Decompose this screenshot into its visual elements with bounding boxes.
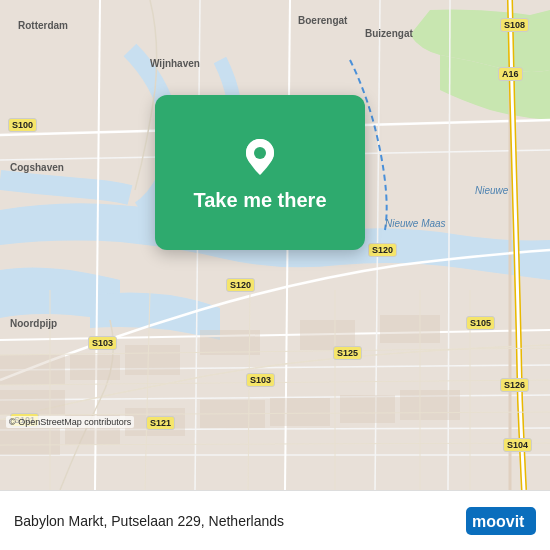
svg-rect-18: [200, 330, 260, 355]
water-label-nieuwe: Nieuwe: [475, 185, 508, 196]
road-badge-a16: A16: [498, 67, 523, 81]
water-label-nieuwe-maas: Nieuwe Maas: [385, 218, 446, 229]
svg-rect-26: [340, 395, 395, 423]
road-badge-s103a: S103: [88, 336, 117, 350]
area-label-buizengat: Buizengat: [365, 28, 413, 39]
svg-rect-27: [400, 390, 460, 420]
road-badge-s100: S100: [8, 118, 37, 132]
osm-attribution: © OpenStreetMap contributors: [6, 416, 134, 428]
svg-rect-16: [70, 355, 120, 380]
area-label-noordpijp: Noordpijp: [10, 318, 57, 329]
svg-rect-20: [380, 315, 440, 343]
moovit-icon: moovit: [466, 507, 536, 535]
svg-text:moovit: moovit: [472, 513, 525, 530]
area-label-boerengat: Boerengat: [298, 15, 347, 26]
road-badge-s104: S104: [503, 438, 532, 452]
road-badge-s120b: S120: [368, 243, 397, 257]
moovit-logo: moovit: [466, 507, 536, 535]
road-badge-s120a: S120: [226, 278, 255, 292]
svg-point-39: [254, 147, 266, 159]
bottom-bar: Babylon Markt, Putselaan 229, Netherland…: [0, 490, 550, 550]
road-badge-s126: S126: [500, 378, 529, 392]
svg-rect-14: [0, 355, 65, 385]
location-pin-icon: [238, 134, 282, 178]
road-badge-s125: S125: [333, 346, 362, 360]
take-me-there-card[interactable]: Take me there: [155, 95, 365, 250]
svg-rect-15: [0, 390, 65, 415]
area-label-rotterdam: Rotterdam: [18, 20, 68, 31]
area-label-cogshaven: Cogshaven: [10, 162, 64, 173]
take-me-there-label: Take me there: [193, 188, 326, 212]
location-text: Babylon Markt, Putselaan 229, Netherland…: [14, 513, 466, 529]
area-label-wijnhaven: Wijnhaven: [150, 58, 200, 69]
road-badge-s105: S105: [466, 316, 495, 330]
road-badge-s121: S121: [146, 416, 175, 430]
svg-rect-25: [270, 398, 330, 426]
map-container: S108 A16 S100 S120 S120 S103 S103 S121 S…: [0, 0, 550, 490]
svg-rect-17: [125, 345, 180, 375]
road-badge-s103b: S103: [246, 373, 275, 387]
road-badge-s108: S108: [500, 18, 529, 32]
